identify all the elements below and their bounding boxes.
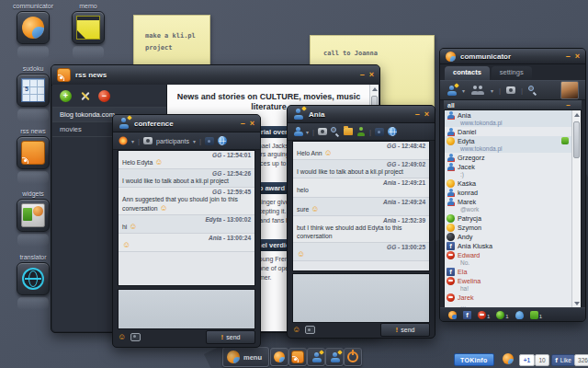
- dock-icon-communicator[interactable]: [17, 11, 50, 44]
- network-drop-icon[interactable]: [515, 311, 524, 319]
- scroll-up-arrow[interactable]: [574, 113, 580, 117]
- plugin-icon[interactable]: [375, 128, 384, 136]
- minimize-button[interactable]: –: [566, 52, 571, 61]
- dock-icon-sudoku[interactable]: [17, 74, 50, 107]
- dropdown-arrow-icon[interactable]: ▾: [462, 87, 465, 94]
- tab-settings[interactable]: settings: [492, 66, 532, 80]
- google-plusone-button[interactable]: +1: [519, 354, 535, 366]
- rss-title-bar[interactable]: rss news – ×: [51, 65, 379, 86]
- contact-row[interactable]: Marek@work: [445, 197, 572, 213]
- contact-row[interactable]: konrad: [445, 188, 572, 197]
- dock-item-translator[interactable]: translator: [13, 254, 53, 310]
- network-greensq-icon[interactable]: 1: [530, 311, 542, 319]
- network-fb-icon[interactable]: f: [463, 311, 471, 319]
- dock-icon-translator[interactable]: [17, 262, 50, 295]
- settings-tools-icon[interactable]: [79, 90, 91, 102]
- add-feed-button[interactable]: [60, 90, 72, 102]
- close-button[interactable]: ×: [369, 71, 374, 79]
- contact-row[interactable]: Jacek:): [445, 162, 572, 178]
- dropdown-arrow-icon[interactable]: ▾: [193, 138, 196, 144]
- ania-title-bar[interactable]: Ania – ×: [288, 106, 435, 123]
- communicator-title-bar[interactable]: communicator – ×: [440, 49, 585, 64]
- search-icon[interactable]: [331, 127, 340, 136]
- close-button[interactable]: ×: [575, 52, 580, 61]
- menu-button[interactable]: menu: [222, 347, 269, 367]
- scroll-thumb[interactable]: [573, 121, 580, 158]
- network-swirl-icon[interactable]: [448, 311, 457, 319]
- webcam-icon[interactable]: [318, 128, 327, 135]
- archive-folder-icon[interactable]: [344, 128, 353, 135]
- attach-image-icon[interactable]: [130, 333, 141, 341]
- dock-item-memo[interactable]: memo: [68, 3, 108, 59]
- contact-actions-icon[interactable]: [293, 127, 302, 136]
- dock-item-communicator[interactable]: communicator: [13, 3, 53, 59]
- add-to-conference-icon[interactable]: [356, 127, 366, 136]
- ania-message-log[interactable]: GG - 12:48:42Helo Ann ☺GG - 12:49:02I wo…: [292, 141, 430, 271]
- smiley-picker-icon[interactable]: ☺: [118, 333, 126, 341]
- minimize-button[interactable]: –: [241, 120, 245, 128]
- taskbar-button-chat-ania[interactable]: [307, 348, 325, 366]
- minimize-button[interactable]: –: [415, 110, 420, 119]
- contact-row[interactable]: Ewelinaha!: [445, 276, 572, 293]
- dropdown-arrow-icon[interactable]: ▾: [131, 138, 134, 144]
- ania-message-input[interactable]: [292, 273, 430, 323]
- conference-title-bar[interactable]: conference – ×: [113, 115, 260, 132]
- contact-group-header[interactable]: all −: [444, 100, 582, 109]
- dropdown-arrow-icon[interactable]: ▾: [491, 87, 493, 94]
- tab-contacts[interactable]: contacts: [445, 66, 490, 80]
- dock-icon-rss-news[interactable]: [17, 136, 50, 169]
- dock-icon-memo[interactable]: [72, 11, 105, 44]
- close-button[interactable]: ×: [424, 110, 429, 119]
- dock-icon-widgets[interactable]: [17, 199, 50, 232]
- taskbar-button-chat-conference[interactable]: [325, 348, 344, 366]
- smiley-picker-icon[interactable]: ☺: [292, 326, 300, 334]
- contact-row[interactable]: Kaśka: [445, 178, 572, 188]
- sticky-note-make-project[interactable]: make a kli.pl project: [133, 15, 210, 66]
- conference-message-log[interactable]: GG - 12:54:01Helo Edyta ☺GG - 12:54:26I …: [118, 150, 255, 286]
- contact-row[interactable]: Daniel: [445, 127, 572, 136]
- contact-row[interactable]: Andy: [445, 232, 572, 241]
- taskbar-button-rss-news[interactable]: [288, 348, 307, 366]
- collapse-group-icon[interactable]: −: [566, 101, 571, 109]
- user-avatar[interactable]: [560, 81, 579, 99]
- contacts-scrollbar[interactable]: [571, 110, 581, 308]
- facebook-like-button[interactable]: fLike: [551, 354, 575, 366]
- dock-item-rss-news[interactable]: rss news: [13, 128, 53, 184]
- webcam-icon[interactable]: [506, 86, 515, 94]
- contact-row[interactable]: fEla: [445, 267, 572, 276]
- webcam-icon[interactable]: [143, 137, 153, 144]
- conference-message-input[interactable]: [118, 289, 255, 329]
- minimize-button[interactable]: –: [360, 71, 365, 79]
- dock-item-widgets[interactable]: widgets: [13, 190, 53, 247]
- web-globe-icon[interactable]: [218, 136, 227, 145]
- scroll-up-arrow[interactable]: [372, 87, 378, 91]
- contact-row[interactable]: Grzegorz: [445, 153, 572, 162]
- scroll-down-arrow[interactable]: [574, 302, 580, 305]
- contact-row[interactable]: EdwardNo.: [445, 250, 572, 267]
- network-greenball-icon[interactable]: 1: [496, 311, 508, 319]
- share-icon[interactable]: [561, 137, 569, 144]
- dropdown-arrow-icon[interactable]: ▾: [306, 129, 309, 135]
- tokinfo-button[interactable]: TOKinfo: [454, 353, 494, 366]
- send-button[interactable]: !send: [380, 323, 430, 337]
- taskbar-button-power[interactable]: [344, 348, 362, 366]
- network-red-icon[interactable]: 1: [478, 311, 490, 319]
- participants-menu[interactable]: participants: [156, 138, 189, 144]
- taskbar-button-communicator[interactable]: [270, 348, 288, 366]
- contact-row[interactable]: Patrycja: [445, 213, 572, 223]
- contact-row[interactable]: fAnia Kluska: [445, 241, 572, 250]
- contact-row[interactable]: Aniawww.tokonda.pl: [445, 110, 572, 127]
- send-button[interactable]: !send: [206, 330, 255, 344]
- dock-item-sudoku[interactable]: sudoku: [13, 65, 53, 121]
- plugin-icon[interactable]: [205, 137, 214, 145]
- close-button[interactable]: ×: [250, 120, 254, 128]
- attach-image-icon[interactable]: [305, 326, 315, 334]
- groups-icon[interactable]: [470, 86, 485, 95]
- contact-row[interactable]: Edytawww.tokonda.pl: [445, 136, 572, 153]
- add-contact-icon[interactable]: [447, 86, 457, 96]
- remove-feed-button[interactable]: [98, 90, 110, 102]
- search-icon[interactable]: [528, 86, 537, 95]
- web-globe-icon[interactable]: [388, 127, 397, 136]
- emoticon-settings-icon[interactable]: [119, 136, 128, 145]
- contact-row[interactable]: Szymon: [445, 223, 572, 232]
